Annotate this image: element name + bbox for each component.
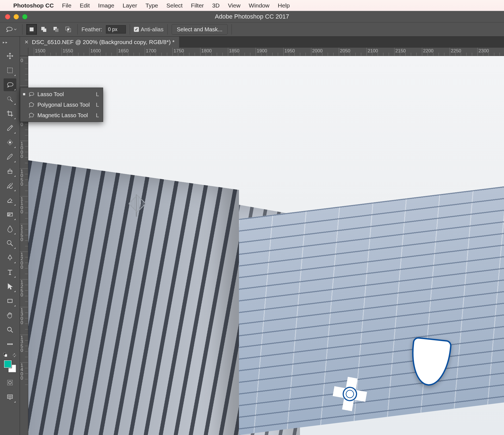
select-and-mask-button[interactable]: Select and Mask... [172,24,228,35]
menu-file[interactable]: File [62,2,72,9]
window-titlebar: Adobe Photoshop CC 2017 [0,11,504,22]
toolbox-expand-icon[interactable]: ▸▸ [0,37,20,48]
horizontal-ruler[interactable]: 1500155016001650170017501800185019001950… [28,48,504,56]
lasso-tool[interactable] [4,78,16,91]
blur-tool[interactable] [4,222,16,235]
tool-preset-picker[interactable] [4,25,18,34]
flyout-item-label: Magnetic Lasso Tool [37,112,93,119]
screen-mode-icon[interactable] [4,391,16,403]
flyout-item-label: Polygonal Lasso Tool [37,102,93,108]
move-tool[interactable] [4,50,16,62]
flyout-item-polygonal-lasso-icon[interactable]: Polygonal Lasso Tool L [20,99,103,110]
window-title: Adobe Photoshop CC 2017 [0,13,504,20]
mac-menubar: Photoshop CC File Edit Image Layer Type … [0,0,504,11]
menu-help[interactable]: Help [278,2,290,9]
chevron-down-icon [14,28,17,31]
menu-3d[interactable]: 3D [212,2,220,9]
svg-point-17 [7,344,9,345]
gradient-tool[interactable] [4,208,16,221]
zoom-tool[interactable] [4,323,16,336]
quick-selection-tool[interactable] [4,93,16,106]
menu-select[interactable]: Select [166,2,182,9]
svg-rect-25 [8,396,12,398]
menu-window[interactable]: Window [249,2,269,9]
menu-edit[interactable]: Edit [80,2,90,9]
app-menu[interactable]: Photoshop CC [13,2,54,9]
menu-view[interactable]: View [228,2,240,9]
magnetic-lasso-icon [28,112,35,118]
path-selection-tool[interactable] [4,280,16,293]
spot-healing-brush-tool[interactable] [4,136,16,149]
svg-point-14 [7,240,11,244]
svg-point-19 [11,344,12,345]
edit-toolbar[interactable] [4,338,16,350]
selection-mode-group [26,24,73,35]
swap-colors-icon[interactable] [12,353,17,357]
dodge-tool[interactable] [4,237,16,250]
svg-rect-4 [55,29,58,32]
svg-point-11 [9,142,11,143]
svg-rect-0 [30,27,34,31]
selection-add-icon[interactable] [39,24,49,35]
crop-tool[interactable] [4,107,16,120]
window-maximize-button[interactable] [22,14,27,19]
svg-rect-2 [43,29,46,32]
pen-tool[interactable] [4,251,16,264]
svg-rect-21 [5,354,7,357]
antialias-label: Anti-alias [141,26,163,33]
foreground-color-swatch[interactable] [4,360,12,368]
rectangle-tool[interactable] [4,295,16,307]
ruler-origin[interactable] [20,48,28,56]
checkbox-checked-icon: ✓ [134,27,139,32]
default-colors-icon[interactable] [3,353,7,357]
feather-label: Feather: [82,26,102,33]
window-close-button[interactable] [5,14,10,19]
svg-rect-13 [7,213,10,216]
flyout-item-shortcut: L [96,102,99,108]
flyout-item-label: Lasso Tool [37,91,93,98]
menu-filter[interactable]: Filter [191,2,204,9]
lasso-tool-flyout: Lasso Tool L Polygonal Lasso Tool L Magn… [20,88,103,122]
svg-point-23 [9,381,11,384]
color-swatches[interactable] [4,360,16,372]
svg-rect-22 [7,380,12,385]
options-bar: Feather: ✓ Anti-alias Select and Mask... [0,22,504,37]
flyout-item-lasso-icon[interactable]: Lasso Tool L [20,89,103,99]
document-tab-bar: ▸▸ ✕ DSC_6510.NEF @ 200% (Background cop… [0,37,504,48]
selection-new-icon[interactable] [26,24,37,35]
svg-rect-7 [67,29,69,30]
flyout-item-magnetic-lasso-icon[interactable]: Magnetic Lasso Tool L [20,110,103,121]
antialias-checkbox[interactable]: ✓ Anti-alias [134,26,163,33]
document-tab[interactable]: ✕ DSC_6510.NEF @ 200% (Background copy, … [20,37,179,48]
rectangular-marquee-tool[interactable] [4,64,16,77]
flyout-item-shortcut: L [96,91,99,98]
brush-tool[interactable] [4,150,16,163]
hand-tool[interactable] [4,309,16,322]
eyedropper-tool[interactable] [4,122,16,134]
window-minimize-button[interactable] [14,14,19,19]
eraser-tool[interactable] [4,194,16,206]
quick-mask-mode-icon[interactable] [4,376,16,389]
toolbox [0,48,20,435]
selected-indicator-icon [23,93,25,95]
feather-input[interactable] [106,25,126,34]
document-tab-label: DSC_6510.NEF @ 200% (Background copy, RG… [32,39,175,45]
svg-point-16 [7,327,11,331]
flyout-item-shortcut: L [96,112,99,119]
selection-intersect-icon[interactable] [63,24,73,35]
svg-point-18 [9,344,11,345]
svg-rect-8 [7,68,12,73]
menu-type[interactable]: Type [146,2,158,9]
selection-subtract-icon[interactable] [51,24,61,35]
canvas-image-antenna [128,195,145,217]
menu-layer[interactable]: Layer [123,2,137,9]
polygonal-lasso-icon [28,102,35,108]
svg-rect-15 [8,299,12,303]
history-brush-tool[interactable] [4,179,16,192]
type-tool[interactable] [4,266,16,278]
lasso-icon [28,92,35,97]
clone-stamp-tool[interactable] [4,165,16,178]
menu-image[interactable]: Image [98,2,114,9]
close-icon[interactable]: ✕ [24,39,29,45]
canvas-image-building [239,186,504,435]
